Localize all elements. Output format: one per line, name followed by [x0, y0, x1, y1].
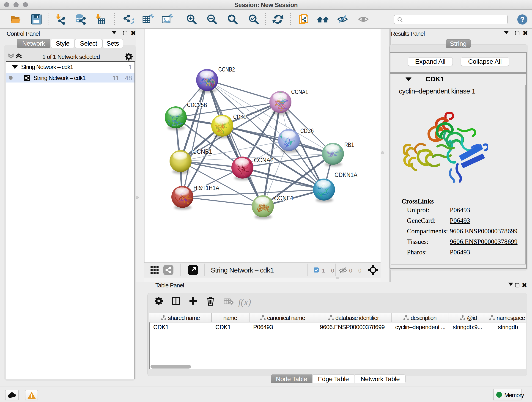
svg-text:CDC6: CDC6 [300, 128, 314, 134]
svg-text:CCNB2: CCNB2 [218, 66, 235, 73]
svg-text:CCNA2: CCNA2 [254, 157, 273, 164]
svg-text:CCNA1: CCNA1 [291, 89, 308, 95]
svg-text:RB1: RB1 [344, 141, 354, 148]
svg-text:HIST1H1A: HIST1H1A [193, 185, 219, 191]
svg-text:CCNE1: CCNE1 [274, 195, 294, 202]
svg-text:CDK1: CDK1 [233, 114, 246, 120]
svg-text:CCNB1: CCNB1 [192, 148, 212, 155]
svg-text:CDKN1A: CDKN1A [335, 172, 357, 178]
svg-text:CDC25B: CDC25B [187, 102, 207, 108]
